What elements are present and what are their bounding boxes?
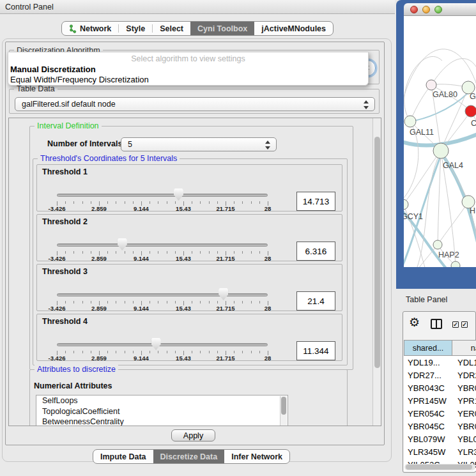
slider-tick-label: 2.859: [83, 255, 115, 262]
threshold-slider-thumb[interactable]: [118, 238, 127, 250]
tab-cyni-toolbox[interactable]: Cyni Toolbox: [190, 22, 254, 35]
table-cell: YLR345W: [404, 447, 452, 457]
slider-tick: [251, 251, 252, 254]
checkbox-icon[interactable]: ✓: [452, 321, 459, 328]
network-edge[interactable]: [404, 155, 441, 267]
slider-tick: [167, 201, 167, 204]
attribute-list-item[interactable]: BetweennessCentrality: [36, 417, 288, 426]
slider-tick: [158, 351, 158, 353]
dropdown-option-manual[interactable]: Manual Discretization: [10, 65, 96, 74]
dropdown-hint: Select algorithm to view settings: [8, 54, 368, 63]
slider-tick: [91, 351, 91, 353]
table-row[interactable]: YBR043CYBR043C: [404, 381, 476, 394]
tab-label: Impute Data: [100, 452, 146, 461]
threshold-slider-track[interactable]: [57, 194, 268, 197]
attributes-list-scrollbar[interactable]: [280, 396, 287, 426]
slider-tick: [73, 251, 74, 254]
slider-tick: [125, 201, 125, 204]
attributes-fieldset-label: Attributes to discretize: [35, 365, 118, 374]
table-horizontal-scrollbar[interactable]: [404, 464, 475, 470]
slider-tick: [167, 251, 167, 254]
network-node[interactable]: [465, 105, 476, 117]
threshold-slider-track[interactable]: [57, 243, 268, 247]
table-row[interactable]: YBR045CYBR045C: [404, 420, 476, 433]
table-column-header[interactable]: name: [452, 340, 476, 356]
threshold-value-field[interactable]: 11.344: [296, 341, 335, 360]
tab-infer-network[interactable]: Infer Network: [224, 450, 289, 463]
slider-tick: [82, 351, 83, 353]
network-node[interactable]: [433, 143, 449, 158]
table-cell: YBR043C: [404, 383, 452, 393]
tab-discretize-data[interactable]: Discretize Data: [153, 450, 225, 463]
table-row[interactable]: YDR27...YDR27...: [404, 369, 476, 381]
table-toolbar: ⚙ ✓ ✓: [403, 312, 475, 340]
slider-tick-label: 21.715: [210, 255, 242, 262]
attribute-list-item[interactable]: SelfLoops: [36, 395, 288, 406]
network-node[interactable]: [426, 80, 436, 90]
slider-tick: [209, 301, 210, 303]
threshold-value-field[interactable]: 6.316: [296, 242, 335, 261]
threshold-slider-track[interactable]: [57, 293, 268, 296]
slider-tick: [192, 201, 192, 204]
apply-button[interactable]: Apply: [171, 429, 215, 441]
slider-tick: [107, 201, 108, 204]
slider-tick: [217, 351, 218, 353]
threshold-value-field[interactable]: 21.4: [296, 291, 335, 311]
table-header-row: shared...name: [404, 340, 476, 356]
slider-tick: [209, 351, 210, 353]
table-cell: YBL079W: [404, 434, 452, 444]
tab-select[interactable]: Select: [153, 22, 190, 35]
table-row[interactable]: YER054CYER054C: [404, 407, 476, 420]
network-edge[interactable]: [404, 56, 442, 121]
network-node[interactable]: [433, 240, 442, 249]
network-edge[interactable]: [404, 151, 441, 204]
network-canvas[interactable]: GAL80GALCGAL11GAL4GCY1HHAP2: [404, 16, 476, 267]
slider-tick: [82, 201, 83, 204]
slider-tick: [125, 351, 125, 353]
tab-network[interactable]: Network: [62, 22, 118, 35]
settings-vertical-scrollbar[interactable]: [372, 118, 381, 426]
threshold-slider-track[interactable]: [57, 343, 268, 346]
numerical-attributes-list[interactable]: SelfLoopsTopologicalCoefficientBetweenne…: [36, 395, 288, 426]
table-row[interactable]: YLR345WYLR345W: [404, 445, 476, 458]
table-cell: YBR043C: [452, 383, 476, 393]
table-row[interactable]: YBL079WYBL079W: [404, 433, 476, 445]
tab-jactivemnodules[interactable]: jActiveMNodules: [254, 22, 333, 35]
table-cell: YER054C: [404, 409, 452, 418]
threshold-slider-thumb[interactable]: [151, 338, 161, 350]
tab-label: Discretize Data: [160, 452, 218, 461]
network-node[interactable]: [404, 116, 416, 127]
attribute-list-item[interactable]: TopologicalCoefficient: [36, 406, 288, 417]
network-node-label: H: [470, 206, 475, 215]
network-node-label: GAL11: [410, 128, 434, 137]
tab-style[interactable]: Style: [119, 22, 152, 35]
mac-zoom-button[interactable]: [434, 6, 442, 13]
slider-tick-label: 21.715: [210, 355, 242, 362]
checkbox-icon[interactable]: ✓: [461, 321, 468, 328]
dropdown-option-equal-width[interactable]: Equal Width/Frequency Discretization: [10, 75, 149, 84]
table-cell: YLR345W: [452, 447, 476, 457]
table-row[interactable]: YPR145WYPR145W: [404, 394, 476, 407]
number-of-intervals-select[interactable]: 5: [121, 137, 277, 151]
split-columns-icon[interactable]: [431, 319, 442, 329]
slider-tick: [150, 201, 150, 204]
threshold-slider-thumb[interactable]: [219, 288, 228, 300]
network-node-label: HAP2: [438, 250, 459, 259]
threshold-value-field[interactable]: 14.713: [296, 192, 335, 211]
tab-impute-data[interactable]: Impute Data: [93, 450, 153, 463]
slider-tick: [150, 351, 150, 353]
threshold-slider-thumb[interactable]: [174, 188, 183, 201]
gear-icon[interactable]: ⚙: [409, 315, 420, 330]
table-data-select[interactable]: galFiltered.sif default node: [15, 97, 375, 111]
network-node[interactable]: [404, 199, 408, 210]
network-edge[interactable]: [410, 85, 431, 121]
mac-minimize-button[interactable]: [422, 6, 430, 13]
slider-tick: [200, 351, 201, 353]
slider-tick: [234, 251, 234, 254]
slider-tick: [65, 301, 66, 303]
table-column-header[interactable]: shared...: [404, 340, 452, 356]
slider-tick: [158, 251, 158, 254]
network-node[interactable]: [451, 261, 460, 267]
table-row[interactable]: YDL19...YDL19...: [404, 356, 476, 369]
mac-close-button[interactable]: [410, 6, 418, 13]
